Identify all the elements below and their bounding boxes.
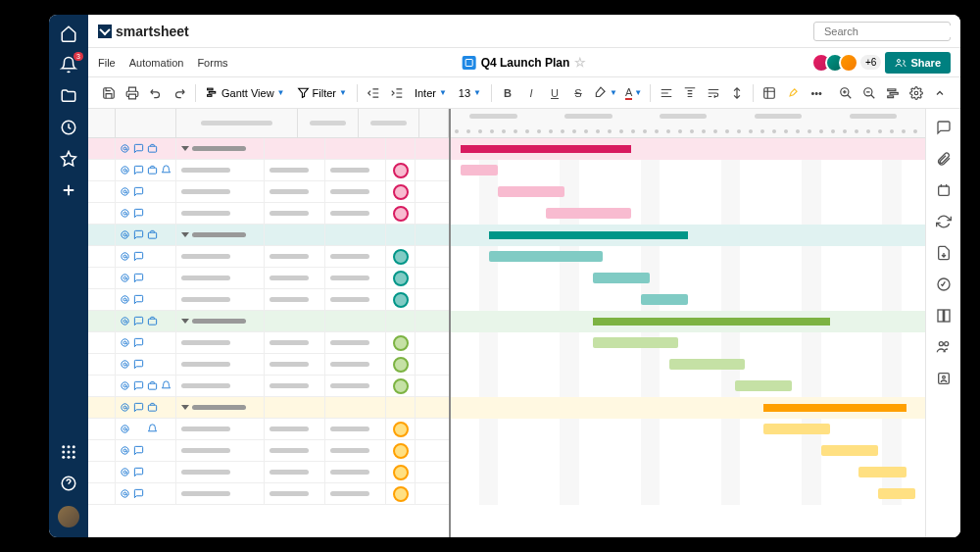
format-icon[interactable] [726,82,748,104]
column-header[interactable] [419,109,449,137]
owner-cell[interactable] [386,483,416,504]
grid-row[interactable] [88,483,449,505]
menu-file[interactable]: File [98,57,116,69]
user-avatar[interactable] [58,506,79,527]
grid-row[interactable] [88,225,449,246]
cell[interactable] [325,160,386,180]
chat-icon[interactable] [133,208,144,219]
task-cell[interactable] [176,354,265,375]
at-icon[interactable] [120,488,130,499]
cell[interactable] [265,225,325,245]
owner-cell[interactable] [386,332,416,353]
task-cell[interactable] [176,246,265,267]
task-cell[interactable] [176,225,265,245]
apps-icon[interactable] [60,443,77,461]
owner-cell[interactable] [386,419,416,439]
gantt-pane[interactable] [451,109,925,537]
owner-avatar[interactable] [393,378,409,394]
gantt-bar[interactable] [489,251,603,262]
gantt-bar[interactable] [641,294,688,305]
owner-cell[interactable] [386,160,416,180]
owner-avatar[interactable] [393,465,409,480]
owner-avatar[interactable] [393,422,409,437]
column-header[interactable] [298,109,359,137]
cell[interactable] [325,138,386,159]
task-cell[interactable] [176,462,265,482]
notifications-icon[interactable]: 3 [60,56,77,74]
comments-icon[interactable] [935,119,953,136]
home-icon[interactable] [60,25,77,42]
view-switcher[interactable]: Gantt View▼ [201,86,290,99]
collapse-caret-icon[interactable] [181,405,189,410]
at-icon[interactable] [120,359,130,370]
align-top-icon[interactable] [679,82,701,104]
collaborator-count[interactable]: +6 [860,55,881,70]
zoom-in-icon[interactable] [835,82,857,104]
gantt-bar[interactable] [461,145,631,153]
grid-row[interactable] [88,462,449,483]
gantt-bar[interactable] [498,186,564,197]
bold-icon[interactable]: B [497,82,518,104]
chat-icon[interactable] [133,445,144,456]
owner-avatar[interactable] [393,292,409,308]
align-left-icon[interactable] [656,82,677,104]
chat-icon[interactable] [133,380,144,391]
cell[interactable] [265,397,325,418]
at-icon[interactable] [120,143,130,154]
cell[interactable] [325,268,386,288]
owner-cell[interactable] [386,462,416,482]
bell-icon[interactable] [161,380,172,391]
owner-cell[interactable] [386,203,416,224]
cell[interactable] [265,138,325,159]
at-icon[interactable] [120,186,130,197]
zoom-out-icon[interactable] [858,82,880,104]
column-header[interactable] [176,109,298,137]
grid-row[interactable] [88,419,449,440]
chat-icon[interactable] [133,186,144,197]
cell[interactable] [265,462,325,482]
cell[interactable] [265,354,325,375]
update-requests-icon[interactable] [935,213,953,230]
task-cell[interactable] [176,397,265,418]
owner-cell[interactable] [386,268,416,288]
owner-cell[interactable] [386,440,416,461]
cell[interactable] [325,462,386,482]
collapse-caret-icon[interactable] [181,319,189,324]
collapse-icon[interactable] [929,82,951,104]
more-icon[interactable]: ••• [806,82,827,104]
chat-icon[interactable] [133,229,144,240]
owner-cell[interactable] [386,311,416,331]
cell[interactable] [325,246,386,267]
fill-color-icon[interactable]: ▼ [591,82,620,104]
collaborator-avatars[interactable] [817,53,858,73]
cell[interactable] [265,246,325,267]
collapse-caret-icon[interactable] [181,232,189,237]
cell[interactable] [265,289,325,310]
brand-logo[interactable]: smartsheet [98,24,189,39]
brief-icon[interactable] [147,316,158,326]
cell[interactable] [325,225,386,245]
chat-icon[interactable] [133,337,144,348]
chat-icon[interactable] [133,359,144,370]
at-icon[interactable] [120,165,130,176]
cell[interactable] [325,483,386,504]
owner-avatar[interactable] [393,249,409,265]
gantt-row[interactable] [451,419,925,440]
at-icon[interactable] [120,467,130,477]
owner-cell[interactable] [386,181,416,202]
cell[interactable] [265,181,325,202]
at-icon[interactable] [120,294,130,305]
brief-icon[interactable] [147,380,158,391]
strikethrough-icon[interactable]: S [567,82,589,104]
cell[interactable] [265,160,325,180]
share-button[interactable]: Share [885,52,951,74]
collapse-caret-icon[interactable] [181,146,189,151]
cell[interactable] [325,440,386,461]
chat-icon[interactable] [133,143,144,154]
at-icon[interactable] [120,337,130,348]
help-icon[interactable] [60,475,77,492]
at-icon[interactable] [120,251,130,262]
owner-avatar[interactable] [393,271,409,286]
at-icon[interactable] [120,273,130,283]
task-cell[interactable] [176,419,265,439]
